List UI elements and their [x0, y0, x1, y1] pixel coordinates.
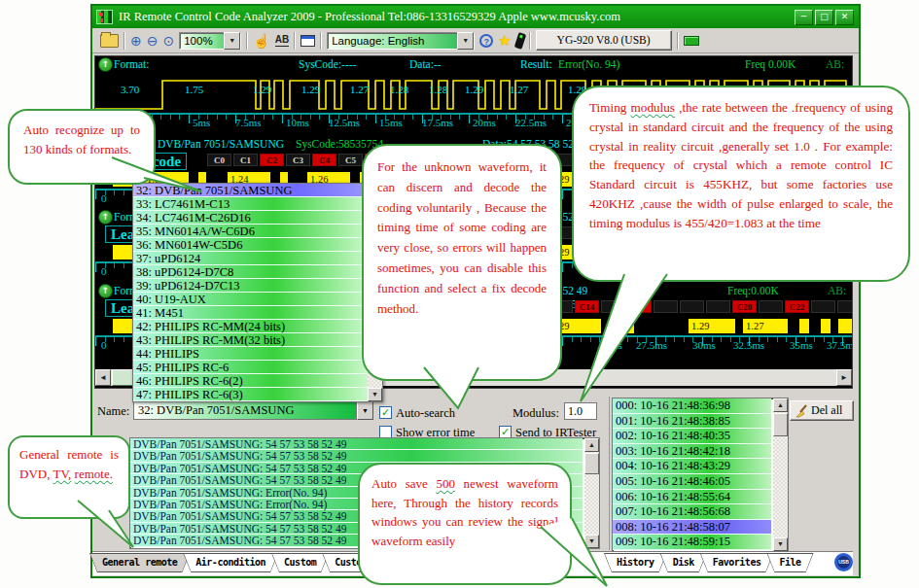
timing-block [95, 319, 113, 333]
auto-search-checkbox[interactable]: ✓ [379, 406, 392, 419]
maximize-button[interactable]: □ [815, 10, 833, 25]
chevron-down-icon[interactable]: ▼ [357, 401, 373, 420]
language-combobox[interactable]: Language: English ▼ [327, 32, 475, 50]
up-circle-icon[interactable]: ↑ [98, 284, 113, 298]
history-item[interactable]: 001: 10-16 21:48:38:85 [613, 414, 771, 430]
tab[interactable]: General remote [89, 553, 190, 572]
list-item[interactable]: 40: U19-AUX [133, 293, 368, 306]
list-item[interactable]: 33: LC7461M-C13 [133, 197, 368, 211]
list-item[interactable]: 47: PHILIPS RC-6(3) [133, 388, 368, 401]
log-item[interactable]: DVB/Pan 7051/SAMSUNG: 54 57 53 58 52 49 [130, 450, 583, 462]
close-button[interactable]: ✕ [835, 10, 854, 25]
history-listbox[interactable]: 000: 10-16 21:48:36:98001: 10-16 21:48:3… [612, 398, 789, 552]
favorites-star-icon[interactable]: ★ [498, 33, 511, 48]
zoom-in-icon[interactable]: ⊕ [130, 33, 142, 49]
timing-block: 1.27 [743, 319, 788, 333]
time-tick-label: 25ms [599, 339, 622, 351]
log-item[interactable]: DVB/Pan 7051/SAMSUNG: 54 57 53 58 52 49 [130, 438, 583, 450]
tab[interactable]: History [604, 553, 667, 572]
bit-cell [837, 300, 852, 313]
help-icon[interactable]: ? [479, 34, 493, 48]
list-item[interactable]: 44: PHILIPS [133, 347, 368, 361]
tab[interactable]: Disk [660, 553, 707, 572]
modulus-input[interactable]: 1.0 [564, 402, 597, 420]
bit-cell [706, 300, 730, 313]
time-tick-label: 5ms [193, 117, 210, 128]
chevron-down-icon[interactable]: ▼ [224, 32, 240, 50]
ab-label: AB: [828, 285, 846, 296]
del-all-button[interactable]: Del all [790, 400, 854, 421]
open-file-icon[interactable] [100, 34, 119, 48]
time-tick-label: 30ms [692, 339, 716, 351]
list-item[interactable]: 45: PHILIPS RC-6 [133, 361, 368, 374]
timing-block [788, 319, 799, 333]
del-all-label: Del all [811, 403, 842, 418]
tab[interactable]: Custom [271, 553, 329, 572]
remote-control-icon[interactable] [513, 32, 526, 50]
list-item[interactable]: 41: M451 [133, 306, 368, 320]
bit-cell [601, 300, 625, 313]
scrollbar-thumb[interactable] [584, 453, 599, 474]
tab[interactable]: Favorites [700, 553, 774, 572]
toolbar-separator [246, 32, 248, 50]
history-item[interactable]: 000: 10-16 21:48:36:98 [613, 398, 771, 414]
list-item[interactable]: 38: uPD6124-D7C8 [133, 265, 368, 279]
log-scrollbar[interactable]: ▲ ▼ [584, 438, 599, 548]
history-item[interactable]: 008: 10-16 21:48:58:07 [613, 520, 771, 536]
scroll-down-icon[interactable]: ▼ [584, 535, 599, 548]
tab[interactable]: Air-condition [183, 553, 278, 572]
name-combobox[interactable]: 32: DVB/Pan 7051/SAMSUNG ▼ [133, 401, 373, 420]
chevron-down-icon[interactable]: ▼ [457, 32, 474, 50]
history-item[interactable]: 007: 10-16 21:48:56:68 [613, 504, 771, 520]
time-tick-label: 0 [101, 192, 107, 204]
history-item[interactable]: 004: 10-16 21:48:43:29 [613, 459, 771, 474]
list-item[interactable]: 34: LC7461M-C26D16 [133, 211, 368, 225]
bit-cell: C14 [575, 300, 599, 313]
timing-block [634, 319, 689, 333]
list-item[interactable]: 36: MN6014W-C5D6 [133, 238, 368, 252]
minimize-button[interactable]: ─ [795, 10, 813, 25]
list-item[interactable]: 42: PHILIPS RC-MM(24 bits) [133, 320, 368, 333]
scroll-down-icon[interactable]: ▼ [368, 388, 382, 401]
device-button[interactable]: YG-920 V8.0 (USB) [536, 30, 672, 51]
scroll-up-icon[interactable]: ▲ [773, 398, 788, 412]
pan-hand-icon[interactable]: ☝ [253, 33, 269, 49]
scroll-left-icon[interactable]: ◄ [95, 369, 111, 386]
scroll-right-icon[interactable]: ► [836, 369, 852, 386]
zoom-level-value: 100% [184, 35, 212, 47]
history-item[interactable]: 003: 10-16 21:48:42:18 [613, 444, 771, 460]
scrollbar-thumb[interactable] [773, 413, 788, 436]
list-item[interactable]: 43: PHILIPS RC-MM(32 bits) [133, 333, 368, 347]
list-item[interactable]: 35: MN6014A/W-C6D6 [133, 225, 368, 238]
zoom-reset-icon[interactable]: ⊙ [162, 33, 174, 49]
syscode-value: SysCode:58535754 [296, 138, 383, 150]
bit-cell [680, 300, 704, 313]
zoom-level-combobox[interactable]: 100% ▼ [179, 32, 241, 50]
bit-cell: C1 [233, 154, 258, 166]
up-circle-icon[interactable]: ↑ [98, 57, 113, 72]
measure-ab-icon[interactable]: AB [275, 34, 289, 47]
title-bar[interactable]: IR Remote Control Code Analyzer 2009 - P… [92, 6, 859, 28]
result-value: Error(No. 94) [558, 58, 619, 70]
history-item[interactable]: 005: 10-16 21:48:46:05 [613, 474, 771, 490]
up-circle-icon[interactable]: ↑ [98, 210, 113, 225]
list-item[interactable]: 39: uPD6124-D7C13 [133, 279, 368, 293]
history-item[interactable]: 006: 10-16 21:48:55:64 [613, 490, 771, 505]
zoom-out-icon[interactable]: ⊖ [147, 33, 159, 49]
tab[interactable]: File [766, 553, 813, 572]
history-item[interactable]: 002: 10-16 21:48:40:35 [613, 429, 771, 444]
list-item[interactable]: 37: uPD6124 [133, 252, 368, 265]
history-item[interactable]: 009: 10-16 21:48:59:15 [613, 535, 771, 550]
wave-timing-value: 1.27 [350, 84, 369, 95]
history-scrollbar[interactable]: ▲ ▼ [773, 398, 788, 551]
time-tick-label: 17.5ms [422, 117, 453, 128]
scroll-up-icon[interactable]: ▲ [584, 438, 599, 452]
format-dropdown-list[interactable]: 32: DVB/Pan 7051/SAMSUNG33: LC7461M-C133… [132, 183, 383, 402]
list-item[interactable]: 46: PHILIPS RC-6(2) [133, 374, 368, 388]
window-view-icon[interactable] [300, 35, 315, 47]
toolbar-separator [320, 32, 322, 50]
modulus-label: Modulus: [513, 406, 559, 421]
scroll-down-icon[interactable]: ▼ [773, 537, 788, 551]
timing-block [601, 319, 622, 333]
list-item[interactable]: 32: DVB/Pan 7051/SAMSUNG [133, 184, 368, 197]
